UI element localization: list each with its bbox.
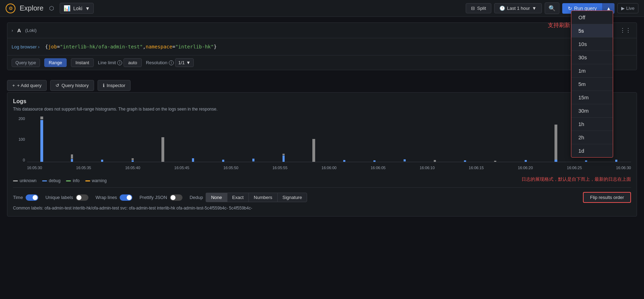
chart-bar-group-1: [27, 117, 57, 162]
zoom-out-button[interactable]: 🔍: [545, 2, 559, 14]
explore-icon: ⊙: [6, 4, 15, 13]
dropdown-5s[interactable]: 5s: [571, 24, 613, 38]
y-label-200: 200: [19, 117, 25, 121]
time-toggle-group: Time: [13, 194, 38, 201]
chart-bar-group-12: [360, 117, 389, 162]
live-button[interactable]: ▶ Live: [617, 3, 638, 13]
dropdown-30s[interactable]: 30s: [571, 51, 613, 64]
bar-blue-8: [252, 159, 254, 161]
x-label-7: 16:06:00: [321, 166, 337, 170]
dedup-exact-button[interactable]: Exact: [227, 193, 249, 202]
dropdown-15m[interactable]: 15m: [571, 91, 613, 104]
collapse-button[interactable]: ›: [12, 28, 13, 33]
resolution-chevron-icon: ▼: [186, 60, 191, 65]
dropdown-1d[interactable]: 1d: [571, 144, 613, 157]
resolution-value: 1/1: [178, 60, 185, 65]
dropdown-30m[interactable]: 30m: [571, 104, 613, 118]
instant-button[interactable]: Instant: [71, 58, 94, 67]
dedup-none-button[interactable]: None: [206, 193, 227, 202]
line-limit-value[interactable]: auto: [124, 58, 141, 67]
datasource-selector[interactable]: 📊 Loki ▼: [60, 3, 94, 14]
prettify-json-toggle[interactable]: [170, 194, 182, 201]
explore-title: Explore: [20, 4, 44, 12]
y-label-0: 0: [23, 158, 25, 162]
dropdown-off[interactable]: Off: [571, 11, 613, 24]
dedup-numbers-button[interactable]: Numbers: [248, 193, 277, 202]
add-query-button[interactable]: + + Add query: [7, 80, 47, 91]
dedup-label: Dedup: [190, 195, 203, 200]
controls-row: Time Unique labels Wrap lines Prettify J…: [13, 187, 631, 203]
dropdown-10s[interactable]: 10s: [571, 38, 613, 51]
legend-warning: warning: [85, 178, 107, 183]
dropdown-2h[interactable]: 2h: [571, 131, 613, 144]
chart-y-labels: 200 100 0: [13, 117, 27, 162]
inspector-icon: ℹ: [103, 83, 105, 88]
query-editor-section: Log browser › {job="interlib-hk/ofa-admi…: [7, 38, 637, 55]
dedup-group: Dedup None Exact Numbers Signature: [190, 193, 307, 202]
legend-dot-unknown: [13, 180, 18, 181]
x-label-2: 16:05:35: [76, 166, 91, 170]
wrap-lines-toggle[interactable]: [120, 194, 132, 201]
query-history-button[interactable]: ↺ Query history: [50, 80, 94, 91]
resolution-group: Resolution i 1/1 ▼: [146, 58, 194, 67]
topnav: ⊙ Explore ⬡ 📊 Loki ▼ ⊟ Split 🕐 Last 1 ho…: [0, 0, 644, 17]
legend-info: info: [66, 178, 79, 183]
bar-gray-9: [283, 154, 285, 155]
line-limit-info-icon: i: [117, 60, 122, 65]
query-type-label: Query type: [12, 59, 40, 67]
share-icon-btn[interactable]: ⬡: [48, 4, 55, 13]
time-range-button[interactable]: 🕐 Last 1 hour ▼: [494, 3, 542, 13]
topnav-left: ⊙ Explore ⬡ 📊 Loki ▼: [6, 3, 94, 14]
flip-results-button[interactable]: Flip results order: [583, 192, 631, 203]
dedup-signature-button[interactable]: Signature: [277, 193, 307, 202]
bar-blue-1: [40, 120, 43, 162]
unique-labels-group: Unique labels: [45, 194, 88, 201]
bar-blue-9: [283, 155, 285, 162]
log-browser-button[interactable]: Log browser ›: [12, 43, 42, 51]
common-labels-value: ofa-admin-test interlib-hk/ofa-admin-tes…: [45, 206, 252, 211]
split-button[interactable]: ⊟ Split: [466, 3, 491, 13]
expr-eq1: =: [57, 44, 60, 49]
time-toggle[interactable]: [26, 194, 38, 201]
common-labels-label: Common labels:: [13, 206, 44, 211]
query-panel: › A (Loki) 👁 🗑 ⋮⋮ Log browser › {job="in…: [7, 22, 637, 70]
chart-bar-group-8: [239, 117, 268, 162]
unique-labels-toggle[interactable]: [76, 194, 88, 201]
main-area: › A (Loki) 👁 🗑 ⋮⋮ Log browser › {job="in…: [0, 17, 644, 299]
query-expression[interactable]: {job="interlib-hk/ofa-admin-test",namesp…: [45, 42, 217, 51]
chart-bar-group-5: [148, 117, 178, 162]
chart-bar-group-2: [57, 117, 87, 162]
line-limit-group: Line limit i auto: [98, 58, 142, 67]
dropdown-1h[interactable]: 1h: [571, 118, 613, 131]
bar-gray-2: [71, 154, 73, 159]
inspector-button[interactable]: ℹ Inspector: [98, 80, 131, 91]
clock-icon: 🕐: [499, 6, 505, 11]
dropdown-5m[interactable]: 5m: [571, 78, 613, 91]
dropdown-1m[interactable]: 1m: [571, 64, 613, 78]
range-button[interactable]: Range: [44, 58, 67, 67]
drag-handle[interactable]: ⋮⋮: [618, 26, 632, 35]
resolution-label: Resolution: [146, 60, 167, 65]
x-label-1: 16:05:30: [27, 166, 42, 170]
y-label-100: 100: [19, 137, 25, 141]
play-icon: ▶: [621, 6, 625, 11]
resolution-selector[interactable]: 1/1 ▼: [175, 58, 194, 67]
logs-subtitle: This datasource does not support full-ra…: [13, 107, 631, 112]
bar-blue-19: [585, 160, 587, 162]
chart-bar-group-16: [480, 117, 510, 162]
legend-unknown: unknown: [13, 178, 36, 183]
time-chevron-icon: ▼: [532, 6, 537, 11]
expr-comma: ,: [143, 44, 146, 49]
expr-close-brace: }: [214, 44, 217, 49]
x-label-3: 16:05:40: [125, 166, 140, 170]
chart-area: 200 100 0: [13, 117, 631, 173]
bar-blue-4: [132, 160, 134, 162]
bar-gray-10: [312, 139, 315, 162]
chart-x-labels: 16:05:30 16:05:35 16:05:40 16:05:45 16:0…: [27, 163, 631, 173]
chart-footer: unknown debug info warning 日志的展现格式，默认是自下…: [13, 175, 631, 183]
legend-label-warning: warning: [92, 178, 107, 183]
unique-labels-label: Unique labels: [45, 195, 73, 200]
bar-gray-18: [555, 125, 557, 160]
legend-dot-debug: [42, 180, 47, 181]
chart-bar-group-15: [450, 117, 480, 162]
